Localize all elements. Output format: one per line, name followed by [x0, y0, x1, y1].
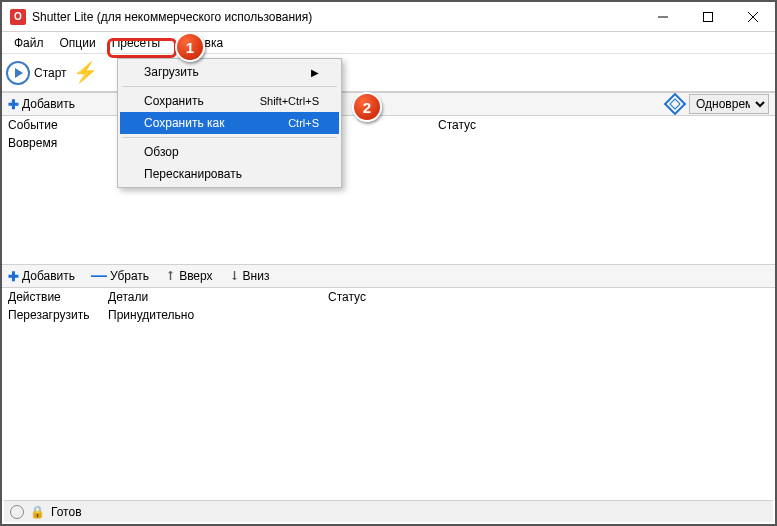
arrow-up-icon: 🠕	[165, 270, 176, 282]
add-event-button[interactable]: ✚ Добавить	[8, 97, 75, 111]
arrow-down-icon: 🠗	[229, 270, 240, 282]
minus-icon: —	[91, 268, 107, 284]
statusbar: 🔒 Готов	[4, 500, 773, 522]
diamond-icon	[664, 93, 687, 116]
titlebar: O Shutter Lite (для некоммерческого испо…	[2, 2, 775, 32]
mode-select[interactable]: Одноврем	[689, 94, 769, 114]
event-cell: Вовремя	[8, 136, 108, 150]
header-action[interactable]: Действие	[8, 290, 108, 304]
menubar: Файл Опции Пресеты Справка	[2, 32, 775, 54]
action-row[interactable]: Перезагрузить Принудительно	[2, 306, 775, 324]
presets-dropdown: Загрузить ▶ Сохранить Shift+Ctrl+S Сохра…	[117, 58, 342, 188]
dd-separator	[122, 137, 337, 138]
header-details[interactable]: Детали	[108, 290, 328, 304]
actions-action-bar: ✚Добавить —Убрать 🠕Вверх 🠗Вниз	[2, 264, 775, 288]
close-button[interactable]	[730, 2, 775, 32]
minimize-button[interactable]	[640, 2, 685, 32]
action-cell: Перезагрузить	[8, 308, 108, 322]
header-status2[interactable]: Статус	[328, 290, 548, 304]
status-icon	[10, 505, 24, 519]
dd-separator	[122, 86, 337, 87]
dd-browse[interactable]: Обзор	[120, 141, 339, 163]
lock-icon: 🔒	[30, 505, 45, 519]
actions-panel: Действие Детали Статус Перезагрузить При…	[2, 288, 775, 324]
plus-icon: ✚	[8, 270, 19, 283]
annotation-marker-1: 1	[175, 32, 205, 62]
remove-action-button[interactable]: —Убрать	[91, 268, 149, 284]
dd-load[interactable]: Загрузить ▶	[120, 61, 339, 83]
menu-file[interactable]: Файл	[6, 34, 52, 52]
add-event-label: Добавить	[22, 97, 75, 111]
menu-options[interactable]: Опции	[52, 34, 104, 52]
start-label[interactable]: Старт	[34, 66, 67, 80]
dd-save-as[interactable]: Сохранить как Ctrl+S	[120, 112, 339, 134]
bolt-icon[interactable]: ⚡	[73, 62, 93, 84]
details-cell: Принудительно	[108, 308, 328, 322]
maximize-button[interactable]	[685, 2, 730, 32]
annotation-marker-2: 2	[352, 92, 382, 122]
header-status[interactable]: Статус	[438, 118, 658, 132]
menu-presets[interactable]: Пресеты	[104, 34, 168, 52]
status-text: Готов	[51, 505, 82, 519]
window-title: Shutter Lite (для некоммерческого исполь…	[32, 10, 640, 24]
svg-rect-1	[703, 12, 712, 21]
app-icon: O	[10, 9, 26, 25]
dd-save[interactable]: Сохранить Shift+Ctrl+S	[120, 90, 339, 112]
submenu-arrow-icon: ▶	[311, 67, 319, 78]
move-down-button[interactable]: 🠗Вниз	[229, 269, 270, 283]
header-event[interactable]: Событие	[8, 118, 108, 132]
dd-rescan[interactable]: Пересканировать	[120, 163, 339, 185]
move-up-button[interactable]: 🠕Вверх	[165, 269, 212, 283]
start-icon[interactable]	[6, 61, 30, 85]
actions-headers: Действие Детали Статус	[2, 288, 775, 306]
plus-icon: ✚	[8, 98, 19, 111]
add-action-button[interactable]: ✚Добавить	[8, 269, 75, 283]
